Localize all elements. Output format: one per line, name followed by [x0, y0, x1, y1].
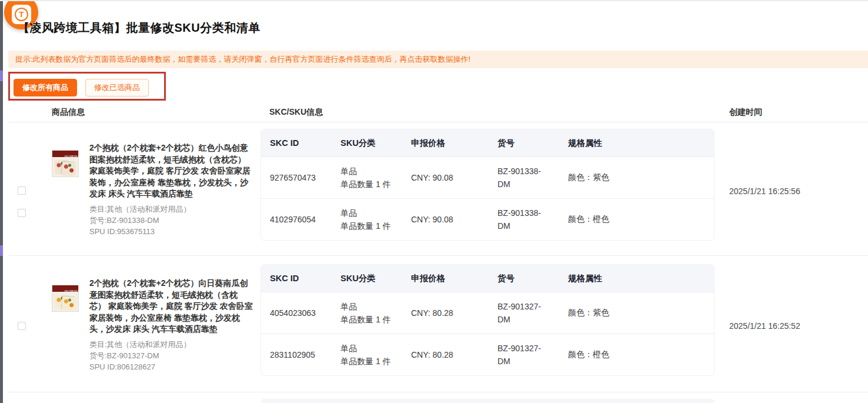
- sku-header-spec: 规格属性: [559, 273, 714, 284]
- product-title: 2个抱枕（2个枕套+2个枕芯）红色小鸟创意图案抱枕舒适柔软，短毛绒抱枕（含枕芯）…: [89, 142, 253, 200]
- sku-spec: 颜色：紫色: [559, 308, 714, 318]
- sku-qty: 单品数量 1 件: [340, 313, 402, 326]
- edge-fragment: [0, 71, 3, 81]
- pillow-graphic: [61, 161, 76, 176]
- row-checkbox[interactable]: [18, 186, 26, 195]
- sku-spec: 颜色：橙色: [559, 349, 714, 360]
- page-title: 【凌风跨境工具箱】批量修改SKU分类和清单: [18, 20, 261, 36]
- product-item-no: 货号:BZ-901327-DM: [89, 350, 253, 361]
- sku-type: 单品: [340, 342, 402, 355]
- column-header-created-time: 创建时间: [729, 107, 762, 118]
- product-image-caption: DECORATIVE LIFE: [52, 285, 78, 292]
- product-image: DECORATIVE LIFE: [52, 150, 79, 177]
- notice-bar: 提示:此列表数据为官方页面筛选后的最终数据，如需要筛选，请关闭弹窗，自行再官方页…: [8, 51, 868, 68]
- sku-header-spec: 规格属性: [559, 138, 714, 149]
- sku-spec: 颜色：紫色: [559, 172, 714, 183]
- sku-header-category: SKU分类: [332, 138, 402, 149]
- sku-category: 单品 单品数量 1 件: [332, 300, 402, 326]
- column-header-product-info: 商品信息: [52, 107, 85, 118]
- list-column-headers: 商品信息 SKC/SKU信息 创建时间: [0, 103, 868, 122]
- column-header-skc-info: SKC/SKU信息: [269, 107, 323, 118]
- sku-table: SKC ID SKU分类 申报价格 货号 规格属性 9276570473 单品 …: [261, 129, 715, 241]
- modify-all-products-button[interactable]: 修改所有商品: [14, 79, 77, 96]
- pillow-graphic: [61, 296, 76, 311]
- sku-table-header-partial: [261, 399, 715, 403]
- divider: [8, 392, 868, 392]
- product-image: DECORATIVE LIFE: [52, 285, 79, 312]
- product-item-no: 货号:BZ-901338-DM: [89, 215, 253, 226]
- sku-table: SKC ID SKU分类 申报价格 货号 规格属性 4054023063 单品 …: [261, 264, 715, 376]
- sku-header-price: 申报价格: [402, 273, 489, 284]
- product-meta: 类目:其他（活动和派对用品） 货号:BZ-901338-DM SPU ID:95…: [89, 204, 253, 237]
- modify-selected-products-button[interactable]: 修改已选商品: [85, 79, 149, 96]
- buttons-highlight-box: 修改所有商品 修改已选商品: [8, 72, 166, 101]
- product-row: DECORATIVE LIFE 2个抱枕（2个枕套+2个枕芯）向日葵南瓜创意图案…: [0, 255, 868, 392]
- sku-category: 单品 单品数量 1 件: [332, 342, 402, 368]
- sku-header-price: 申报价格: [402, 138, 489, 149]
- sku-price: CNY: 80.28: [402, 350, 489, 359]
- sku-art-no: BZ-901338-DM: [489, 207, 559, 232]
- sku-art-no: BZ-901327-DM: [489, 342, 559, 368]
- sku-header-skc-id: SKC ID: [261, 274, 332, 283]
- product-info: 2个抱枕（2个枕套+2个枕芯）向日葵南瓜创意图案抱枕舒适柔软，短毛绒抱枕（含枕芯…: [89, 278, 253, 372]
- product-spu-id: SPU ID:953675113: [89, 226, 253, 237]
- sku-row: 4102976054 单品 单品数量 1 件 CNY: 90.08 BZ-901…: [261, 198, 714, 240]
- product-row: DECORATIVE LIFE 2个抱枕（2个枕套+2个枕芯）红色小鸟创意图案抱…: [0, 122, 868, 255]
- product-title: 2个抱枕（2个枕套+2个枕芯）向日葵南瓜创意图案抱枕舒适柔软，短毛绒抱枕（含枕芯…: [89, 278, 253, 335]
- sku-type: 单品: [340, 207, 402, 219]
- sku-category: 单品 单品数量 1 件: [332, 165, 402, 191]
- sku-art-no: BZ-901327-DM: [489, 300, 559, 326]
- sku-qty: 单品数量 1 件: [340, 178, 402, 191]
- sku-qty: 单品数量 1 件: [340, 355, 402, 368]
- product-image-caption: DECORATIVE LIFE: [52, 151, 78, 157]
- skc-id: 4102976054: [261, 215, 332, 224]
- skc-id: 9276570473: [261, 173, 332, 182]
- sku-type: 单品: [340, 165, 402, 178]
- product-category: 类目:其他（活动和派对用品）: [89, 204, 253, 215]
- sku-row: 2831102905 单品 单品数量 1 件 CNY: 80.28 BZ-901…: [261, 334, 714, 375]
- skc-id: 2831102905: [261, 350, 332, 359]
- sku-price: CNY: 90.08: [402, 173, 489, 182]
- sku-row: 9276570473 单品 单品数量 1 件 CNY: 90.08 BZ-901…: [261, 156, 714, 198]
- sku-header-art-no: 货号: [489, 138, 559, 149]
- created-time: 2025/1/21 16:25:52: [729, 321, 800, 331]
- sku-category: 单品 单品数量 1 件: [332, 207, 402, 232]
- sku-qty: 单品数量 1 件: [340, 219, 402, 232]
- sku-row: 4054023063 单品 单品数量 1 件 CNY: 80.28 BZ-901…: [261, 292, 714, 334]
- sku-table-header: SKC ID SKU分类 申报价格 货号 规格属性: [261, 265, 714, 292]
- sku-price: CNY: 90.08: [402, 215, 489, 224]
- sku-type: 单品: [340, 300, 402, 313]
- product-spu-id: SPU ID:806128627: [89, 361, 253, 372]
- sku-header-category: SKU分类: [332, 273, 402, 284]
- batch-modify-sku-dialog: T 【凌风跨境工具箱】批量修改SKU分类和清单 提示:此列表数据为官方页面筛选后…: [0, 0, 868, 403]
- product-category: 类目:其他（活动和派对用品）: [89, 339, 253, 350]
- sku-price: CNY: 80.28: [402, 308, 489, 318]
- created-time: 2025/1/21 16:25:56: [729, 186, 800, 196]
- sku-table-header: SKC ID SKU分类 申报价格 货号 规格属性: [261, 129, 714, 156]
- row-checkbox[interactable]: [18, 322, 26, 330]
- sku-art-no: BZ-901338-DM: [489, 165, 559, 191]
- sku-spec: 颜色：橙色: [559, 214, 714, 225]
- skc-id: 4054023063: [261, 308, 332, 318]
- sku-header-art-no: 货号: [489, 273, 559, 284]
- product-meta: 类目:其他（活动和派对用品） 货号:BZ-901327-DM SPU ID:80…: [89, 339, 253, 372]
- t-letter-icon: T: [15, 8, 28, 21]
- product-info: 2个抱枕（2个枕套+2个枕芯）红色小鸟创意图案抱枕舒适柔软，短毛绒抱枕（含枕芯）…: [89, 142, 253, 237]
- sku-header-skc-id: SKC ID: [261, 138, 332, 148]
